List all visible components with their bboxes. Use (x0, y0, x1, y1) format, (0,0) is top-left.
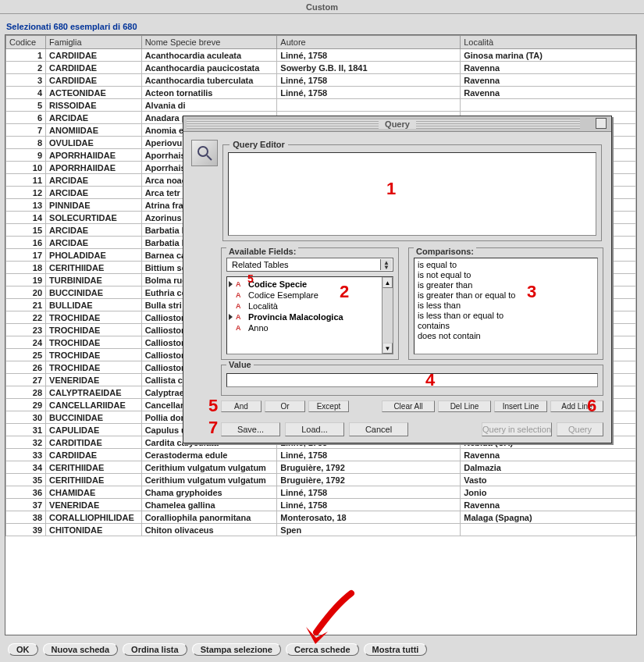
cell-localita: Jonio (461, 486, 636, 499)
cell-nome: Acanthocardia paucicostata (141, 62, 277, 74)
svg-text:A: A (236, 302, 241, 310)
col-codice[interactable]: Codice (6, 36, 46, 49)
stampa-selezione-button[interactable]: Stampa selezione (192, 643, 281, 656)
cell-famiglia: CHITONIDAE (46, 524, 142, 536)
collapse-icon[interactable] (596, 118, 607, 129)
clear-all-button[interactable]: Clear All (382, 400, 435, 412)
cell-codice: 34 (6, 461, 46, 474)
comparison-item[interactable]: is greater than (418, 280, 594, 290)
table-row[interactable]: 1CARDIIDAEAcanthocardia aculeataLinné, 1… (6, 49, 636, 62)
table-row[interactable]: 3CARDIIDAEAcanthocardia tuberculataLinné… (6, 74, 636, 87)
cell-autore: Linné, 1758 (277, 499, 461, 511)
dropdown-arrows-icon: ▲▼ (383, 261, 390, 270)
scroll-up-icon[interactable]: ▲ (382, 277, 393, 288)
cell-famiglia: CALYPTRAEIDAE (46, 386, 142, 399)
del-line-button[interactable]: Del Line (438, 400, 491, 412)
table-row[interactable]: 34CERITHIIDAECerithium vulgatum vulgatum… (6, 461, 636, 474)
cell-famiglia: ANOMIIDAE (46, 124, 142, 137)
cell-famiglia: CARDIIDAE (46, 49, 142, 62)
value-input[interactable] (226, 373, 598, 387)
scroll-down-icon[interactable]: ▼ (382, 343, 393, 354)
except-button[interactable]: Except (308, 400, 349, 412)
table-row[interactable]: 2CARDIIDAEAcanthocardia paucicostataSowe… (6, 62, 636, 74)
table-row[interactable]: 35CERITHIIDAECerithium vulgatum vulgatum… (6, 474, 636, 486)
cell-famiglia: CERITHIIDAE (46, 474, 142, 486)
field-item[interactable]: ACodice Esemplare (229, 290, 391, 301)
field-item[interactable]: AAnno (229, 322, 391, 333)
comparison-item[interactable]: contains (418, 321, 594, 331)
comparison-list[interactable]: is equal tois not equal tois greater tha… (414, 258, 598, 354)
cancel-button[interactable]: Cancel (349, 422, 408, 436)
disclosure-triangle-icon (229, 314, 233, 320)
cell-autore: Linné, 1758 (277, 74, 461, 87)
cell-famiglia: PINNIDAE (46, 199, 142, 212)
table-row[interactable]: 37VENERIDAEChamelea gallinaLinné, 1758Ra… (6, 499, 636, 511)
field-item[interactable]: ALocalità (229, 301, 391, 311)
annotation-4: 4 (425, 370, 435, 390)
col-nome[interactable]: Nome Specie breve (141, 36, 277, 49)
comparison-item[interactable]: is equal to (418, 260, 594, 270)
field-type-icon: A (236, 291, 245, 299)
cell-nome: Chama gryphoides (141, 486, 277, 499)
table-row[interactable]: 39CHITONIDAEChiton olivaceusSpen (6, 524, 636, 536)
svg-line-1 (207, 155, 212, 160)
cell-localita (461, 524, 636, 536)
and-button[interactable]: And (221, 400, 262, 412)
cell-codice: 13 (6, 199, 46, 212)
cell-famiglia: ARCIDAE (46, 112, 142, 124)
insert-line-button[interactable]: Insert Line (494, 400, 547, 412)
related-tables-dropdown[interactable]: Related Tables ▲▼ (226, 258, 393, 272)
cell-localita: Dalmazia (461, 461, 636, 474)
query-button[interactable]: Query (557, 422, 603, 436)
cell-localita: Vasto (461, 474, 636, 486)
nuova-scheda-button[interactable]: Nuova scheda (43, 643, 119, 656)
comparison-item[interactable]: is not equal to (418, 270, 594, 280)
comparison-item[interactable]: is less than (418, 301, 594, 311)
field-label: Anno (248, 323, 269, 333)
comparisons-panel: Comparisons: is equal tois not equal toi… (408, 247, 603, 360)
field-list[interactable]: ACodice SpecieACodice EsemplareALocalità… (226, 276, 393, 354)
field-item[interactable]: AProvincia Malacologica (229, 311, 391, 322)
col-autore[interactable]: Autore (277, 36, 461, 49)
save-button[interactable]: Save... (221, 422, 280, 436)
field-label: Località (248, 301, 278, 311)
comparison-item[interactable]: does not contain (418, 331, 594, 341)
annotation-7: 7 (208, 418, 218, 438)
svg-text:A: A (236, 280, 241, 288)
comparison-item[interactable]: is less than or equal to (418, 311, 594, 321)
cell-famiglia: CERITHIIDAE (46, 262, 142, 274)
table-row[interactable]: 38CORALLIOPHILIDAECoralliophila panormit… (6, 511, 636, 524)
query-in-selection-button[interactable]: Query in selection (482, 422, 552, 436)
cell-localita: Ravenna (461, 499, 636, 511)
col-famiglia[interactable]: Famiglia (46, 36, 142, 49)
or-button[interactable]: Or (265, 400, 305, 412)
load-button[interactable]: Load... (285, 422, 344, 436)
cell-codice: 17 (6, 249, 46, 262)
cell-famiglia: ARCIDAE (46, 224, 142, 237)
cell-codice: 28 (6, 386, 46, 399)
query-dialog: Query Query Editor Available Fields: Rel… (183, 116, 612, 443)
table-row[interactable]: 36CHAMIDAEChama gryphoidesLinné, 1758Jon… (6, 486, 636, 499)
dialog-titlebar[interactable]: Query (183, 116, 611, 132)
query-editor-area[interactable] (228, 152, 596, 236)
table-row[interactable]: 5RISSOIDAEAlvania di (6, 99, 636, 112)
ordina-lista-button[interactable]: Ordina lista (123, 643, 187, 656)
available-fields-label: Available Fields: (226, 247, 298, 256)
annotation-1: 1 (386, 179, 396, 199)
value-panel: Value (221, 365, 603, 396)
cell-codice: 8 (6, 137, 46, 149)
table-row[interactable]: 4ACTEONIDAEActeon tornatilisLinné, 1758R… (6, 87, 636, 99)
cell-codice: 1 (6, 49, 46, 62)
cell-famiglia: VENERIDAE (46, 499, 142, 511)
mostra-tutti-button[interactable]: Mostra tutti (364, 643, 428, 656)
cell-codice: 19 (6, 274, 46, 287)
selection-status: Selezionati 680 esemplari di 680 (5, 19, 639, 34)
col-localita[interactable]: Località (461, 36, 636, 49)
table-row[interactable]: 33CARDIIDAECerastoderma eduleLinné, 1758… (6, 449, 636, 461)
scrollbar[interactable]: ▲ ▼ (382, 277, 393, 354)
cell-localita: Ginosa marina (TA) (461, 49, 636, 62)
cell-codice: 30 (6, 411, 46, 424)
cell-nome: Acanthocardia aculeata (141, 49, 277, 62)
comparison-item[interactable]: is greater than or equal to (418, 290, 594, 301)
ok-button[interactable]: OK (8, 643, 38, 656)
